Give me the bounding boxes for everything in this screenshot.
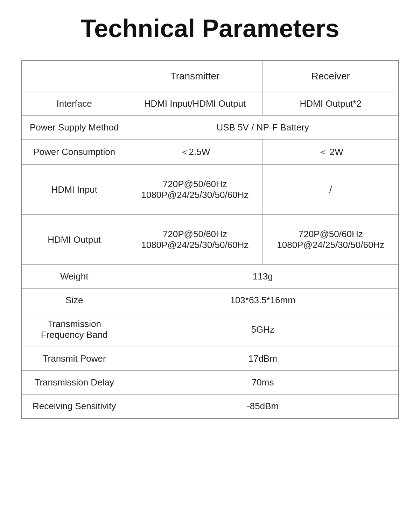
technical-parameters-table: Transmitter Receiver InterfaceHDMI Input… xyxy=(21,60,399,419)
row-label: Power Consumption xyxy=(21,140,127,165)
row-receiver-value: HDMI Output*2 xyxy=(263,92,399,116)
table-row: Size103*63.5*16mm xyxy=(21,289,399,312)
table-row: HDMI Input720P@50/60Hz1080P@24/25/30/50/… xyxy=(21,165,399,215)
row-label: HDMI Input xyxy=(21,165,127,215)
header-label-col xyxy=(21,61,127,92)
table-row: Transmission Frequency Band5GHz xyxy=(21,312,399,347)
row-transmitter-value: ＜2.5W xyxy=(127,140,263,165)
row-label: Transmission Frequency Band xyxy=(21,312,127,347)
table-row: HDMI Output720P@50/60Hz1080P@24/25/30/50… xyxy=(21,215,399,265)
row-value-span: USB 5V / NP-F Battery xyxy=(127,116,399,140)
row-value-span: -85dBm xyxy=(127,395,399,419)
table-row: Weight113g xyxy=(21,265,399,289)
table-row: Transmission Delay70ms xyxy=(21,371,399,395)
row-label: HDMI Output xyxy=(21,215,127,265)
row-transmitter-value: 720P@50/60Hz1080P@24/25/30/50/60Hz xyxy=(127,165,263,215)
row-receiver-value: / xyxy=(263,165,399,215)
row-receiver-value: ＜ 2W xyxy=(263,140,399,165)
row-value-span: 70ms xyxy=(127,371,399,395)
row-value-span: 113g xyxy=(127,265,399,289)
header-transmitter-col: Transmitter xyxy=(127,61,263,92)
table-row: Transmit Power17dBm xyxy=(21,347,399,371)
row-transmitter-value: 720P@50/60Hz1080P@24/25/30/50/60Hz xyxy=(127,215,263,265)
row-label: Receiving Sensitivity xyxy=(21,395,127,419)
row-label: Weight xyxy=(21,265,127,289)
row-transmitter-value: HDMI Input/HDMI Output xyxy=(127,92,263,116)
row-label: Size xyxy=(21,289,127,312)
row-label: Transmission Delay xyxy=(21,371,127,395)
page-title: Technical Parameters xyxy=(80,14,339,43)
row-value-span: 17dBm xyxy=(127,347,399,371)
row-label: Interface xyxy=(21,92,127,116)
table-row: Power Consumption＜2.5W＜ 2W xyxy=(21,140,399,165)
row-value-span: 5GHz xyxy=(127,312,399,347)
table-row: InterfaceHDMI Input/HDMI OutputHDMI Outp… xyxy=(21,92,399,116)
row-receiver-value: 720P@50/60Hz1080P@24/25/30/50/60Hz xyxy=(263,215,399,265)
table-row: Receiving Sensitivity-85dBm xyxy=(21,395,399,419)
table-header-row: Transmitter Receiver xyxy=(21,61,399,92)
row-value-span: 103*63.5*16mm xyxy=(127,289,399,312)
table-row: Power Supply MethodUSB 5V / NP-F Battery xyxy=(21,116,399,140)
header-receiver-col: Receiver xyxy=(263,61,399,92)
row-label: Transmit Power xyxy=(21,347,127,371)
row-label: Power Supply Method xyxy=(21,116,127,140)
